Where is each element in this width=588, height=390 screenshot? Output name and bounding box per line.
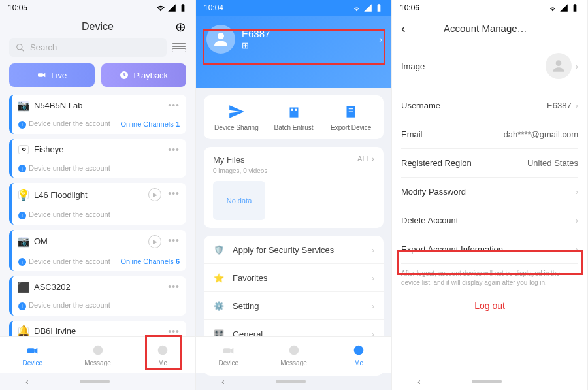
info-icon: i (18, 302, 26, 310)
more-icon[interactable]: ••• (168, 188, 180, 201)
chevron-right-icon: › (372, 301, 374, 311)
more-icon[interactable]: ••• (168, 326, 180, 336)
device-card[interactable]: ⚬ Fisheye ••• iDevice under the account (9, 139, 186, 178)
svg-point-5 (93, 346, 103, 355)
add-device-button[interactable]: ⊕ (175, 19, 186, 35)
wifi-icon (548, 3, 557, 12)
info-icon: i (18, 121, 26, 129)
row-label: Export Account Information (401, 244, 503, 254)
export-device-button[interactable]: Export Device (322, 103, 380, 131)
play-icon[interactable]: ▶ (148, 235, 161, 248)
camera-icon (25, 344, 40, 358)
more-icon[interactable]: ••• (168, 282, 180, 292)
menu-setting[interactable]: ⚙️ Setting › (204, 292, 384, 320)
system-nav: ‹ (392, 373, 587, 390)
nav-device[interactable]: Device (0, 337, 65, 373)
device-name: ASC3202 (34, 282, 163, 292)
device-card[interactable]: ⬛ ASC3202 ••• iDevice under the account (9, 276, 186, 316)
device-sub: Device under the account (29, 257, 110, 265)
batch-entrust-button[interactable]: Batch Entrust (265, 103, 323, 131)
chevron-right-icon: › (576, 244, 578, 254)
message-icon (91, 344, 105, 358)
nav-me[interactable]: Me (130, 337, 195, 373)
row-image[interactable]: Image › (401, 41, 578, 91)
live-label: Live (51, 71, 67, 80)
row-modify-password[interactable]: Modify Password › (401, 178, 578, 206)
device-card[interactable]: 💡 L46 Floodlight ▶••• iDevice under the … (9, 183, 186, 225)
signal-icon (363, 3, 372, 12)
chevron-right-icon: › (576, 187, 578, 197)
device-name: Fisheye (34, 144, 163, 154)
sys-back-icon[interactable]: ‹ (25, 376, 29, 387)
layout-toggle-button[interactable] (172, 41, 186, 55)
search-placeholder: Search (30, 42, 57, 52)
more-icon[interactable]: ••• (168, 100, 180, 110)
sys-back-icon[interactable]: ‹ (417, 376, 421, 387)
nav-me[interactable]: Me (326, 337, 391, 373)
profile-row[interactable]: E6387 ⊞ › (196, 16, 391, 63)
svg-rect-4 (27, 348, 35, 353)
playback-button[interactable]: Playback (101, 63, 187, 87)
play-icon[interactable]: ▶ (148, 188, 161, 201)
clock-icon (119, 70, 129, 80)
nav-message[interactable]: Message (65, 337, 131, 373)
svg-line-1 (22, 48, 24, 51)
nav-label: Message (84, 359, 111, 366)
row-label: Username (401, 101, 440, 110)
row-label: Registered Region (401, 158, 472, 168)
device-card[interactable]: 📷 N54B5N Lab ••• iDevice under the accou… (9, 95, 186, 134)
no-data-placeholder: No data (213, 181, 265, 220)
camera-icon (221, 344, 236, 358)
svg-rect-8 (289, 108, 298, 118)
row-region: Registered Region United States (401, 149, 578, 178)
page-header: Device ⊕ (0, 16, 195, 38)
row-value: dah****@gmail.com (504, 129, 578, 139)
my-files-card[interactable]: My Files ALL › 0 images, 0 videos No dat… (204, 147, 384, 228)
battery-icon (178, 3, 188, 12)
more-icon[interactable]: ••• (168, 144, 180, 155)
more-icon[interactable]: ••• (168, 235, 180, 248)
message-icon (287, 344, 301, 358)
nav-device[interactable]: Device (196, 337, 261, 373)
chevron-right-icon: › (372, 273, 374, 283)
device-sharing-button[interactable]: Device Sharing (208, 103, 265, 131)
sys-back-icon[interactable]: ‹ (221, 376, 225, 387)
device-type-icon: ⚬ (18, 145, 29, 154)
row-export-account[interactable]: Export Account Information › (401, 235, 578, 264)
wifi-icon (352, 3, 361, 12)
person-icon (211, 29, 231, 49)
card-label: Export Device (331, 124, 371, 131)
system-nav: ‹ (0, 373, 195, 390)
status-bar: 10:05 (0, 0, 195, 16)
card-label: Device Sharing (214, 124, 259, 131)
chevron-right-icon: › (576, 216, 578, 225)
avatar (546, 53, 572, 79)
menu-favorites[interactable]: ⭐ Favorites › (204, 264, 384, 292)
avatar (206, 25, 235, 54)
live-button[interactable]: Live (9, 63, 95, 87)
row-delete-account[interactable]: Delete Account › (401, 206, 578, 235)
sys-home-pill[interactable] (276, 380, 306, 383)
logout-note: After logout, account device will not be… (392, 264, 587, 290)
device-card[interactable]: 📷 OM ▶••• iDevice under the account Onli… (9, 230, 186, 272)
row-value: E6387 (547, 101, 572, 110)
online-channels: Online Channels 6 (120, 257, 180, 265)
device-name: L46 Floodlight (34, 190, 143, 200)
menu-security-services[interactable]: 🛡️ Apply for Security Services › (204, 236, 384, 264)
svg-point-17 (555, 60, 561, 66)
nav-message[interactable]: Message (261, 337, 327, 373)
svg-rect-14 (223, 348, 231, 353)
screen-me: 10:04 E6387 ⊞ › Device Sharing Batch Ent… (196, 0, 392, 390)
share-icon (228, 103, 245, 120)
person-icon (550, 57, 567, 74)
chevron-right-icon: › (379, 34, 382, 44)
device-name: DB6I Irvine (34, 326, 163, 336)
row-value: United States (527, 158, 578, 168)
card-label: Batch Entrust (274, 124, 313, 131)
search-input[interactable]: Search (9, 38, 167, 57)
all-button[interactable]: ALL › (357, 155, 374, 165)
sys-home-pill[interactable] (472, 380, 502, 383)
logout-button[interactable]: Log out (401, 293, 578, 319)
sys-home-pill[interactable] (80, 380, 110, 383)
row-username[interactable]: Username E6387› (401, 91, 578, 120)
